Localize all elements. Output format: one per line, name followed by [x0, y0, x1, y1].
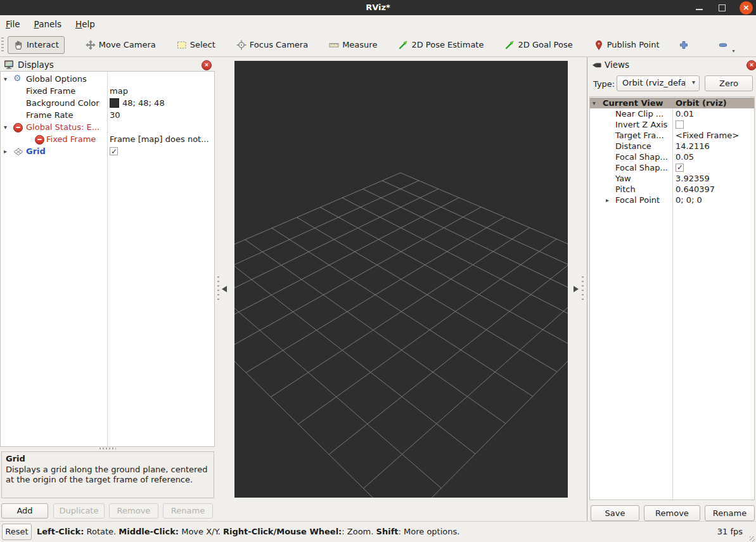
property-value[interactable]: ✓ — [676, 162, 684, 173]
help-segment: : Zoom. — [342, 527, 376, 536]
menu-panels[interactable]: Panels — [29, 16, 70, 32]
property-label: Fixed Frame — [26, 85, 75, 97]
views-row-focal-shap[interactable]: Focal Shap...✓ — [590, 162, 754, 173]
menu-file[interactable]: File — [0, 16, 29, 32]
expander-icon[interactable]: ▾ — [4, 73, 7, 85]
views-row-invert-z-axis[interactable]: Invert Z Axis — [590, 119, 754, 130]
property-value[interactable]: 48; 48; 48 — [110, 97, 165, 109]
toolbar-drag-handle[interactable] — [1, 37, 4, 53]
property-value[interactable]: <Fixed Frame> — [676, 130, 739, 141]
views-row-pitch[interactable]: Pitch0.640397 — [590, 184, 754, 195]
3d-viewport[interactable] — [234, 61, 568, 498]
displays-panel-header: Displays × — [0, 58, 215, 71]
property-label: Target Fra... — [615, 130, 664, 141]
tool-focus-camera[interactable]: Focus Camera — [231, 36, 314, 54]
plus-tool-icon — [679, 40, 689, 50]
displays-row-background-color[interactable]: Background Color48; 48; 48 — [1, 97, 214, 109]
property-value[interactable]: 0.640397 — [676, 184, 715, 195]
expander-icon[interactable]: ▾ — [4, 121, 7, 133]
tool-label: Focus Camera — [250, 40, 308, 49]
property-value[interactable]: ✓ — [110, 145, 118, 157]
property-label: Background Color — [26, 97, 99, 109]
views-row-focal-point[interactable]: ▸Focal Point0; 0; 0 — [590, 195, 754, 205]
property-value[interactable]: 0; 0; 0 — [676, 195, 702, 205]
expander-icon[interactable]: ▸ — [4, 145, 7, 157]
tool-move-camera[interactable]: Move Camera — [80, 36, 162, 54]
collapse-left-arrow-icon[interactable] — [222, 286, 227, 292]
add-button[interactable]: Add — [1, 503, 48, 519]
displays-row-fixed-frame[interactable]: Fixed FrameFrame [map] does not... — [1, 133, 214, 145]
window-close-icon[interactable]: × — [740, 1, 753, 15]
minimize-icon[interactable] — [691, 0, 707, 15]
add-tool-button[interactable] — [674, 37, 693, 53]
views-close-icon[interactable]: × — [746, 60, 756, 70]
reset-button[interactable]: Reset — [2, 524, 32, 540]
property-label: Focal Shap... — [615, 162, 668, 173]
views-row-current-view[interactable]: ▾Current ViewOrbit (rviz) — [590, 98, 754, 108]
chevron-down-icon: ▾ — [732, 48, 734, 54]
views-row-target-fra[interactable]: Target Fra...<Fixed Frame> — [590, 130, 754, 141]
tool-2d-pose-estimate[interactable]: 2D Pose Estimate — [392, 36, 489, 54]
expander-icon[interactable]: ▸ — [606, 195, 609, 205]
views-row-yaw[interactable]: Yaw3.92359 — [590, 173, 754, 184]
property-label: Distance — [615, 141, 651, 152]
checkbox[interactable]: ✓ — [676, 164, 684, 172]
check-icon: ✓ — [111, 146, 117, 158]
tool-interact[interactable]: Interact — [8, 36, 65, 54]
maximize-icon[interactable] — [714, 0, 729, 15]
displays-close-icon[interactable]: × — [202, 60, 212, 70]
property-value[interactable]: 0.01 — [676, 108, 694, 119]
property-value[interactable]: Orbit (rviz) — [676, 98, 727, 108]
property-value[interactable] — [676, 119, 684, 130]
left-splitter-handle[interactable] — [217, 276, 219, 302]
displays-splitter-handle[interactable] — [99, 448, 116, 449]
ruler-icon — [329, 40, 339, 50]
property-value[interactable]: map — [110, 85, 128, 97]
help-segment: Left-Click: — [37, 527, 84, 536]
views-row-focal-shap[interactable]: Focal Shap...0.05 — [590, 152, 754, 162]
tool-select[interactable]: Select — [171, 36, 221, 54]
checkbox[interactable] — [676, 120, 684, 129]
views-save-button[interactable]: Save — [591, 505, 639, 521]
value-text: 3.92359 — [676, 173, 710, 184]
views-remove-button[interactable]: Remove — [644, 505, 700, 521]
property-value[interactable]: Frame [map] does not... — [110, 133, 209, 145]
tool-label: Select — [190, 40, 215, 49]
remove-tool-button[interactable]: ▾ — [714, 37, 733, 53]
expander-icon[interactable]: ▾ — [593, 98, 596, 108]
toolbar-tools: InteractMove CameraSelectFocus CameraMea… — [8, 36, 744, 54]
right-splitter-handle[interactable] — [582, 276, 584, 302]
displays-row-global-status-e[interactable]: ▾Global Status: E... — [1, 121, 214, 133]
menu-help[interactable]: Help — [70, 16, 103, 32]
views-tree: ▾Current ViewOrbit (rviz)Near Clip ...0.… — [589, 96, 755, 500]
tool-2d-goal-pose[interactable]: 2D Goal Pose — [499, 36, 578, 54]
displays-row-grid[interactable]: ▸Grid✓ — [1, 145, 214, 157]
toolbar: InteractMove CameraSelectFocus CameraMea… — [0, 33, 756, 57]
views-rename-button[interactable]: Rename — [705, 505, 755, 521]
tool-publish-point[interactable]: Publish Point — [588, 36, 665, 54]
displays-row-fixed-frame[interactable]: Fixed Framemap — [1, 85, 214, 97]
resize-grip[interactable] — [750, 536, 755, 541]
error-icon — [13, 123, 23, 132]
value-text: 14.2116 — [676, 141, 710, 152]
views-row-near-clip[interactable]: Near Clip ...0.01 — [590, 108, 754, 119]
property-value[interactable]: 0.05 — [676, 152, 694, 162]
value-text: <Fixed Frame> — [676, 130, 739, 141]
property-value[interactable]: 30 — [110, 109, 120, 121]
tool-measure[interactable]: Measure — [323, 36, 383, 54]
help-segment: Right-Click/Mouse Wheel: — [223, 527, 342, 536]
tool-label: 2D Goal Pose — [518, 40, 572, 49]
collapse-right-arrow-icon[interactable] — [573, 286, 579, 292]
view-type-value: Orbit (rviz_defau — [622, 78, 686, 87]
property-value[interactable]: 3.92359 — [676, 173, 710, 184]
statusbar: Reset Left-Click: Rotate. Middle-Click: … — [0, 521, 756, 542]
property-value[interactable]: 14.2116 — [676, 141, 710, 152]
titlebar: RViz* × — [0, 0, 756, 15]
displays-row-frame-rate[interactable]: Frame Rate30 — [1, 109, 214, 121]
view-type-select[interactable]: Orbit (rviz_defau ▾ — [617, 75, 700, 91]
displays-row-global-options[interactable]: ▾⚙Global Options — [1, 73, 214, 85]
checkbox[interactable]: ✓ — [110, 147, 118, 155]
views-row-distance[interactable]: Distance14.2116 — [590, 141, 754, 152]
display-description-box: Grid Displays a grid along the ground pl… — [1, 451, 214, 498]
zero-button[interactable]: Zero — [705, 75, 753, 91]
